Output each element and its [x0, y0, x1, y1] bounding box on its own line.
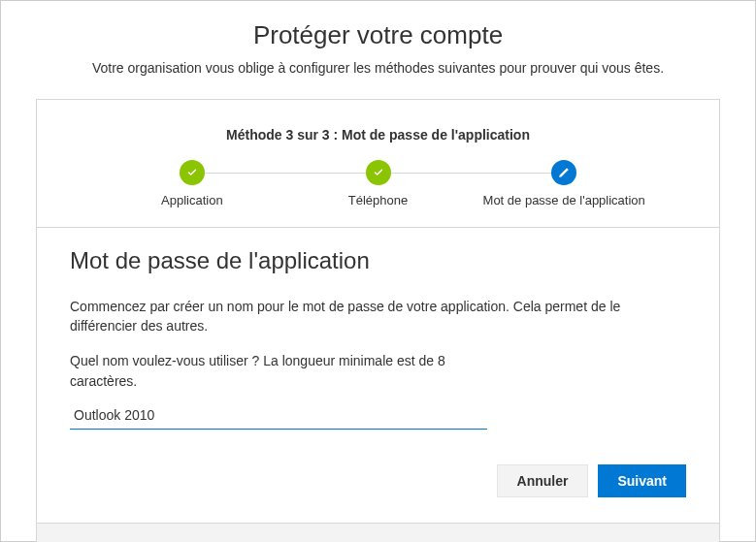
- step-telephone: Téléphone: [285, 160, 472, 207]
- stepper: Application Téléphone Mot de passe de l'…: [70, 160, 686, 207]
- page-container: Protéger votre compte Votre organisation…: [0, 0, 756, 542]
- step-label: Application: [161, 193, 223, 207]
- button-row: Annuler Suivant: [70, 464, 686, 497]
- input-label: Quel nom voulez-vous utiliser ? La longu…: [70, 351, 487, 392]
- page-title: Protéger votre compte: [40, 20, 716, 50]
- step-label: Mot de passe de l'application: [483, 193, 645, 207]
- content-section: Mot de passe de l'application Commencez …: [37, 228, 719, 523]
- page-header: Protéger votre compte Votre organisation…: [1, 1, 755, 99]
- cancel-button[interactable]: Annuler: [497, 464, 589, 497]
- content-description: Commencez par créer un nom pour le mot d…: [70, 298, 686, 335]
- app-password-name-input[interactable]: [70, 401, 487, 430]
- pencil-icon: [551, 160, 576, 185]
- next-button[interactable]: Suivant: [598, 464, 686, 497]
- check-icon: [180, 160, 205, 185]
- stepper-section: Méthode 3 sur 3 : Mot de passe de l'appl…: [37, 100, 719, 228]
- step-application: Application: [99, 160, 285, 207]
- alternate-method-link[interactable]: Je souhaite configurer une autre méthode: [37, 523, 719, 542]
- step-app-password: Mot de passe de l'application: [471, 160, 657, 207]
- page-subtitle: Votre organisation vous oblige à configu…: [40, 60, 716, 76]
- check-icon: [366, 160, 391, 185]
- content-title: Mot de passe de l'application: [70, 247, 686, 274]
- step-label: Téléphone: [348, 193, 408, 207]
- setup-card: Méthode 3 sur 3 : Mot de passe de l'appl…: [36, 99, 720, 542]
- method-progress-label: Méthode 3 sur 3 : Mot de passe de l'appl…: [70, 127, 686, 143]
